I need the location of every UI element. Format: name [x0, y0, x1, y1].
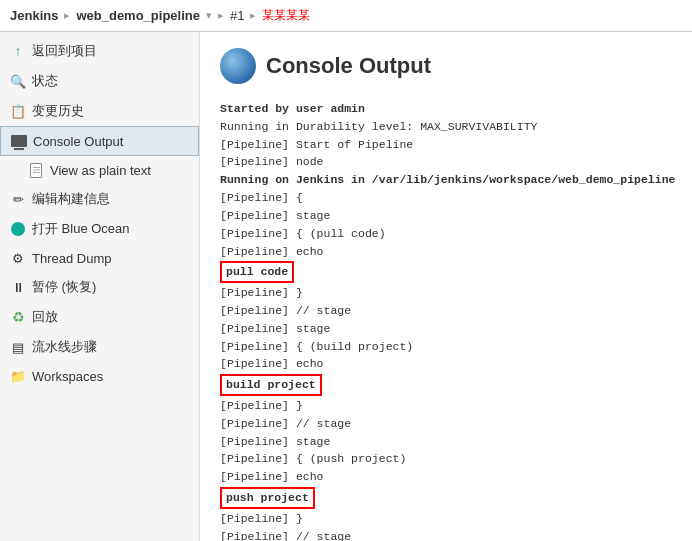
blue-ocean-icon [10, 221, 26, 237]
console-output: Started by user adminRunning in Durabili… [220, 100, 672, 541]
console-line: [Pipeline] { (push project) [220, 450, 672, 468]
breadcrumb-pipeline[interactable]: web_demo_pipeline [76, 8, 200, 23]
console-line: Running in Durability level: MAX_SURVIVA… [220, 118, 672, 136]
breadcrumb-jenkins[interactable]: Jenkins [10, 8, 58, 23]
sidebar-item-replay[interactable]: ♻回放 [0, 302, 199, 332]
pipeline-icon: ▤ [10, 339, 26, 355]
sidebar-item-label-pause: 暂停 (恢复) [32, 278, 96, 296]
sidebar-item-pipeline-steps[interactable]: ▤流水线步骤 [0, 332, 199, 362]
gear-icon: ⚙ [10, 250, 26, 266]
breadcrumb-build: #1 [230, 8, 244, 23]
breadcrumb-sep-2: ▸ [218, 9, 224, 22]
sidebar-item-blue-ocean[interactable]: 打开 Blue Ocean [0, 214, 199, 244]
sidebar-item-edit-build[interactable]: ✏编辑构建信息 [0, 184, 199, 214]
sidebar-item-label-view-plain-text: View as plain text [50, 163, 151, 178]
sidebar-item-label-pipeline-steps: 流水线步骤 [32, 338, 97, 356]
highlighted-text: pull code [220, 261, 294, 283]
console-line: [Pipeline] echo [220, 243, 672, 261]
sidebar-item-label-back-to-project: 返回到项目 [32, 42, 97, 60]
console-line: [Pipeline] node [220, 153, 672, 171]
console-line: [Pipeline] echo [220, 468, 672, 486]
highlighted-text: build project [220, 374, 322, 396]
sidebar-item-label-changes: 变更历史 [32, 102, 84, 120]
sidebar-item-label-status: 状态 [32, 72, 58, 90]
console-line: [Pipeline] { (pull code) [220, 225, 672, 243]
sidebar-item-pause[interactable]: ⏸暂停 (恢复) [0, 272, 199, 302]
sidebar-item-label-blue-ocean: 打开 Blue Ocean [32, 220, 130, 238]
console-line: [Pipeline] Start of Pipeline [220, 136, 672, 154]
sidebar-item-status[interactable]: 🔍状态 [0, 66, 199, 96]
console-line: [Pipeline] stage [220, 207, 672, 225]
highlighted-text: push project [220, 487, 315, 509]
console-line: [Pipeline] { (build project) [220, 338, 672, 356]
console-line: [Pipeline] stage [220, 320, 672, 338]
sidebar-item-back-to-project[interactable]: ↑返回到项目 [0, 36, 199, 66]
console-line: [Pipeline] } [220, 397, 672, 415]
console-icon [11, 133, 27, 149]
console-line: [Pipeline] // stage [220, 415, 672, 433]
sidebar-item-label-workspaces: Workspaces [32, 369, 103, 384]
console-line: [Pipeline] // stage [220, 302, 672, 320]
console-line: [Pipeline] echo [220, 355, 672, 373]
sidebar-item-label-thread-dump: Thread Dump [32, 251, 111, 266]
console-sphere-icon [220, 48, 256, 84]
console-line: [Pipeline] } [220, 284, 672, 302]
breadcrumb-sep-3: ▸ [250, 9, 256, 22]
history-icon: 📋 [10, 103, 26, 119]
console-line: Running on Jenkins in /var/lib/jenkins/w… [220, 171, 672, 189]
sidebar-item-label-console-output: Console Output [33, 134, 123, 149]
console-line: [Pipeline] } [220, 510, 672, 528]
doc-icon [28, 162, 44, 178]
folder-icon: 📁 [10, 368, 26, 384]
recycle-icon: ♻ [10, 309, 26, 325]
page-header: Console Output [220, 48, 672, 84]
pause-icon: ⏸ [10, 279, 26, 295]
sidebar-item-console-output[interactable]: Console Output [0, 126, 199, 156]
sidebar-item-changes[interactable]: 📋变更历史 [0, 96, 199, 126]
content-area: Console Output Started by user adminRunn… [200, 32, 692, 541]
sidebar-item-workspaces[interactable]: 📁Workspaces [0, 362, 199, 390]
sidebar-item-view-plain-text[interactable]: View as plain text [0, 156, 199, 184]
console-line: [Pipeline] { [220, 189, 672, 207]
breadcrumb-dropdown[interactable]: ▾ [206, 9, 212, 22]
console-line: pull code [220, 260, 672, 284]
magnifier-icon: 🔍 [10, 73, 26, 89]
console-line: [Pipeline] // stage [220, 528, 672, 541]
breadcrumb-chinese: 某某某某 [262, 7, 310, 24]
arrow-up-icon: ↑ [10, 43, 26, 59]
edit-icon: ✏ [10, 191, 26, 207]
main-layout: ↑返回到项目🔍状态📋变更历史Console OutputView as plai… [0, 32, 692, 541]
breadcrumb: Jenkins ▸ web_demo_pipeline ▾ ▸ #1 ▸ 某某某… [0, 0, 692, 32]
page-title: Console Output [266, 53, 431, 79]
console-line: push project [220, 486, 672, 510]
sidebar-item-label-replay: 回放 [32, 308, 58, 326]
console-line: build project [220, 373, 672, 397]
breadcrumb-sep-1: ▸ [64, 9, 70, 22]
sidebar-item-label-edit-build: 编辑构建信息 [32, 190, 110, 208]
sidebar-item-thread-dump[interactable]: ⚙Thread Dump [0, 244, 199, 272]
console-line: Started by user admin [220, 100, 672, 118]
console-line: [Pipeline] stage [220, 433, 672, 451]
sidebar: ↑返回到项目🔍状态📋变更历史Console OutputView as plai… [0, 32, 200, 541]
